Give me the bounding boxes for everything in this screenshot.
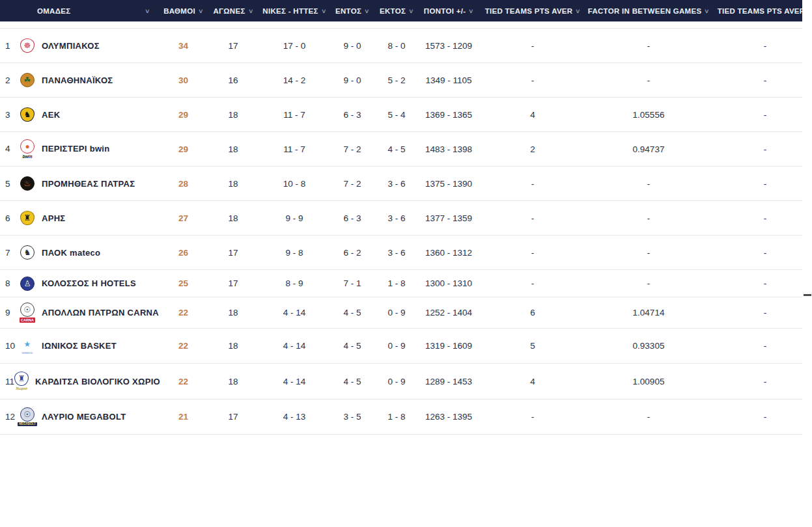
- table-row[interactable]: 2 ☘ ΠΑΝΑΘΗΝΑΪΚΟΣ 30 16 14 - 2 9 - 0 5 - …: [0, 63, 802, 98]
- lavrio-crest-icon: ☉: [24, 411, 31, 418]
- away-record-value: 5 - 4: [374, 110, 419, 120]
- column-header-tied-teams-pts-aver[interactable]: TIED TEAMS PTS AVER ∨: [479, 7, 587, 15]
- points-diff-value: 1289 - 1453: [419, 377, 479, 386]
- away-record-value: 5 - 2: [374, 75, 419, 85]
- team-logo: ★ ΙΩΝΙΚΟΣ: [20, 337, 35, 355]
- apollon-crest-icon: ☉: [24, 306, 31, 314]
- games-value: 18: [208, 308, 259, 318]
- away-record-value: 0 - 9: [374, 341, 419, 351]
- factor-in-between-games-value: 1.04714: [587, 308, 710, 318]
- tied-teams-pts-aver-2-value: -: [710, 75, 802, 85]
- wins-losses-value: 11 - 7: [259, 144, 330, 154]
- tied-teams-pts-aver-2-value: -: [710, 144, 802, 154]
- factor-in-between-games-value: 0.94737: [587, 144, 710, 154]
- home-record-value: 7 - 2: [330, 179, 374, 189]
- column-header-factor-in-between-games[interactable]: FACTOR IN BETWEEN GAMES ∨: [587, 7, 710, 15]
- sort-chevron-icon[interactable]: ∨: [364, 8, 370, 14]
- team-name: ΑΡΗΣ: [42, 213, 65, 223]
- column-header-wins-losses[interactable]: ΝΙΚΕΣ - ΗΤΤΕΣ ∨: [259, 7, 330, 15]
- team-name: ΑΕΚ: [42, 110, 60, 120]
- table-row[interactable]: 10 ★ ΙΩΝΙΚΟΣ ΙΩΝΙΚΟΣ BASKET 22 18 4 - 14…: [0, 329, 802, 364]
- sort-chevron-icon[interactable]: ∨: [145, 8, 150, 14]
- wins-losses-value: 9 - 8: [259, 248, 330, 258]
- table-row[interactable]: 12 ☉ MEGABOLT ΛΑΥΡΙΟ MEGABOLT 21 17 4 - …: [0, 399, 802, 435]
- points-diff-value: 1319 - 1609: [419, 341, 479, 351]
- home-record-value: 3 - 5: [330, 412, 374, 422]
- team-logo-sublabel: MEGABOLT: [18, 422, 36, 426]
- column-header-teams[interactable]: ΟΜΑΔΕΣ ∨: [0, 7, 159, 15]
- team-logo-sublabel: Χωριό: [16, 386, 27, 391]
- karditsa-crest-icon: ♜: [18, 375, 25, 383]
- points-diff-value: 1349 - 1105: [419, 75, 479, 85]
- table-row[interactable]: 6 ♜ ΑΡΗΣ 27 18 9 - 9 6 - 3 3 - 6 1377 - …: [0, 201, 802, 236]
- olympiacos-crest-icon: ☸: [24, 42, 31, 49]
- ionikos-crest-icon: ★: [24, 340, 31, 348]
- column-header-home[interactable]: ΕΝΤΟΣ ∨: [330, 7, 374, 15]
- team-name: ΠΑΟΚ mateco: [42, 248, 100, 258]
- rank-number: 6: [5, 213, 20, 223]
- rank-number: 9: [5, 308, 20, 318]
- games-value: 17: [208, 248, 259, 258]
- aek-crest-icon: ♞: [24, 111, 31, 118]
- sort-chevron-icon[interactable]: ∨: [704, 8, 710, 14]
- table-row[interactable]: 1 ☸ ΟΛΥΜΠΙΑΚΟΣ 34 17 17 - 0 9 - 0 8 - 0 …: [0, 29, 802, 63]
- sort-chevron-icon[interactable]: ∨: [248, 8, 254, 14]
- peristeri-crest-icon: ●: [25, 142, 29, 150]
- tied-teams-pts-aver-value: 5: [479, 341, 587, 351]
- column-header-label: ΒΑΘΜΟΙ: [163, 7, 195, 15]
- games-value: 17: [208, 412, 259, 422]
- team-logo-sublabel: CARNA: [20, 318, 35, 322]
- column-header-label: ΑΓΩΝΕΣ: [213, 7, 245, 15]
- sort-chevron-icon[interactable]: ∨: [198, 8, 204, 14]
- scrollbar-thumb[interactable]: [804, 294, 811, 296]
- factor-in-between-games-value: -: [587, 75, 710, 85]
- wins-losses-value: 14 - 2: [259, 75, 330, 85]
- home-record-value: 6 - 2: [330, 248, 374, 258]
- rank-number: 4: [5, 144, 20, 154]
- column-header-points[interactable]: ΒΑΘΜΟΙ ∨: [159, 7, 208, 15]
- factor-in-between-games-value: -: [587, 278, 710, 288]
- home-record-value: 4 - 5: [330, 377, 374, 386]
- tied-teams-pts-aver-2-value: -: [710, 278, 802, 288]
- tied-teams-pts-aver-2-value: -: [710, 412, 802, 422]
- factor-in-between-games-value: -: [587, 179, 710, 189]
- table-row[interactable]: 4 ● bwin ΠΕΡΙΣΤΕΡΙ bwin 29 18 11 - 7 7 -…: [0, 132, 802, 167]
- sort-chevron-icon[interactable]: ∨: [468, 8, 474, 14]
- column-header-points-diff[interactable]: ΠΟΝΤΟΙ +/- ∨: [419, 7, 479, 15]
- away-record-value: 3 - 6: [374, 179, 419, 189]
- sort-chevron-icon[interactable]: ∨: [408, 8, 414, 14]
- points-value: 28: [159, 179, 208, 189]
- table-header-row: ΟΜΑΔΕΣ ∨ ΒΑΘΜΟΙ ∨ ΑΓΩΝΕΣ ∨ ΝΙΚΕΣ - ΗΤΤΕΣ…: [0, 0, 802, 21]
- column-header-away[interactable]: ΕΚΤΟΣ ∨: [374, 7, 419, 15]
- column-header-label: ΕΚΤΟΣ: [380, 7, 406, 15]
- sort-chevron-icon[interactable]: ∨: [575, 8, 581, 14]
- column-header-tied-teams-pts-aver-2[interactable]: TIED TEAMS PTS AVER ∨: [710, 7, 802, 15]
- points-value: 26: [159, 248, 208, 258]
- away-record-value: 3 - 6: [374, 248, 419, 258]
- standings-table: ΟΜΑΔΕΣ ∨ ΒΑΘΜΟΙ ∨ ΑΓΩΝΕΣ ∨ ΝΙΚΕΣ - ΗΤΤΕΣ…: [0, 0, 802, 435]
- points-value: 29: [159, 110, 208, 120]
- home-record-value: 4 - 5: [330, 308, 374, 318]
- tied-teams-pts-aver-value: 2: [479, 144, 587, 154]
- away-record-value: 8 - 0: [374, 41, 419, 51]
- column-header-games[interactable]: ΑΓΩΝΕΣ ∨: [208, 7, 259, 15]
- table-body: 1 ☸ ΟΛΥΜΠΙΑΚΟΣ 34 17 17 - 0 9 - 0 8 - 0 …: [0, 28, 802, 435]
- column-header-label: ΕΝΤΟΣ: [335, 7, 361, 15]
- table-row[interactable]: 7 ♞ ΠΑΟΚ mateco 26 17 9 - 8 6 - 2 3 - 6 …: [0, 236, 802, 270]
- table-row[interactable]: 8 ♙ ΚΟΛΟΣΣΟΣ Η HOTELS 25 17 8 - 9 7 - 1 …: [0, 270, 802, 297]
- points-value: 30: [159, 75, 208, 85]
- points-value: 29: [159, 144, 208, 154]
- away-record-value: 0 - 9: [374, 377, 419, 386]
- tied-teams-pts-aver-value: 4: [479, 110, 587, 120]
- points-diff-value: 1375 - 1390: [419, 179, 479, 189]
- table-row[interactable]: 9 ☉ CARNA ΑΠΟΛΛΩΝ ΠΑΤΡΩΝ CARNA 22 18 4 -…: [0, 297, 802, 329]
- points-diff-value: 1263 - 1395: [419, 412, 479, 422]
- tied-teams-pts-aver-value: -: [479, 213, 587, 223]
- rank-number: 11: [5, 377, 14, 386]
- column-header-label: ΝΙΚΕΣ - ΗΤΤΕΣ: [262, 7, 318, 15]
- table-row[interactable]: 3 ♞ ΑΕΚ 29 18 11 - 7 6 - 3 5 - 4 1369 - …: [0, 98, 802, 132]
- tied-teams-pts-aver-2-value: -: [710, 179, 802, 189]
- sort-chevron-icon[interactable]: ∨: [321, 8, 327, 14]
- table-row[interactable]: 5 ♨ ΠΡΟΜΗΘΕΑΣ ΠΑΤΡΑΣ 28 18 10 - 8 7 - 2 …: [0, 167, 802, 201]
- table-row[interactable]: 11 ♜ Χωριό ΚΑΡΔΙΤΣΑ ΒΙΟΛΟΓΙΚΟ ΧΩΡΙΟ 22 1…: [0, 364, 802, 399]
